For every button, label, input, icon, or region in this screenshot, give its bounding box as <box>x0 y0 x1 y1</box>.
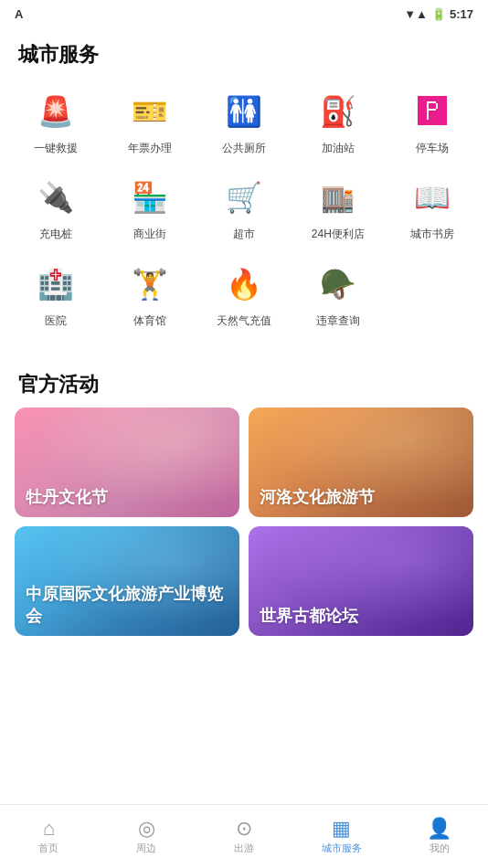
toilet-icon: 🚻 <box>219 87 269 136</box>
library-icon: 📖 <box>408 173 457 222</box>
service-item-commercial[interactable]: 🏪 商业街 <box>103 164 197 249</box>
emergency-label: 一键救援 <box>34 142 78 154</box>
main-content: 城市服务 🚨 一键救援 🎫 年票办理 🚻 公共厕所 <box>0 25 488 868</box>
service-item-supermarket[interactable]: 🛒 超市 <box>197 164 292 249</box>
zhongyuan-label: 中原国际文化旅游产业博览会 <box>15 575 239 636</box>
activity-peony[interactable]: 牡丹文化节 <box>15 408 239 517</box>
gas-station-label: 加油站 <box>322 142 355 154</box>
stadium-label: 体育馆 <box>133 314 166 327</box>
activities-section: 官方活动 牡丹文化节 河洛文化旅游节 中原国际文化旅游产业博览会 世界古都论坛 <box>0 345 488 645</box>
mine-icon: 👤 <box>427 819 451 839</box>
service-item-parking[interactable]: 🅿 停车场 <box>385 78 479 164</box>
city-services-section: 城市服务 🚨 一键救援 🎫 年票办理 🚻 公共厕所 <box>0 25 488 345</box>
toilet-label: 公共厕所 <box>222 142 266 154</box>
peony-label: 牡丹文化节 <box>15 478 119 517</box>
commercial-icon: 🏪 <box>125 173 175 222</box>
service-item-gas-station[interactable]: ⛽ 加油站 <box>291 78 385 164</box>
nav-mine[interactable]: 👤 我的 <box>390 811 488 863</box>
status-right: ▼▲ 🔋 5:17 <box>404 7 473 21</box>
battery-icon: 🔋 <box>431 7 446 21</box>
nav-nearby[interactable]: ◎ 周边 <box>98 811 196 863</box>
status-bar: A ▼▲ 🔋 5:17 <box>0 0 488 25</box>
world-label: 世界古都论坛 <box>249 597 369 636</box>
supermarket-icon: 🛒 <box>219 173 269 222</box>
stadium-icon: 🏋 <box>125 259 175 309</box>
nav-city-service[interactable]: ▦ 城市服务 <box>292 811 390 863</box>
activity-world[interactable]: 世界古都论坛 <box>249 526 473 636</box>
service-item-charging[interactable]: 🔌 充电桩 <box>9 164 103 249</box>
annual-ticket-icon: 🎫 <box>125 87 175 136</box>
bottom-nav: ⌂ 首页 ◎ 周边 ⊙ 出游 ▦ 城市服务 👤 我的 <box>0 804 488 868</box>
gas-station-icon: ⛽ <box>313 87 363 136</box>
parking-label: 停车场 <box>416 142 449 154</box>
service-item-library[interactable]: 📖 城市书房 <box>385 164 479 249</box>
hospital-icon: 🏥 <box>31 259 80 309</box>
service-item-annual-ticket[interactable]: 🎫 年票办理 <box>103 78 197 164</box>
nearby-label: 周边 <box>136 842 156 855</box>
service-item-violation[interactable]: 🪖 违章查询 <box>291 250 385 336</box>
commercial-label: 商业街 <box>133 228 166 240</box>
convenience-icon: 🏬 <box>313 173 363 222</box>
mine-label: 我的 <box>430 842 450 855</box>
charging-label: 充电桩 <box>39 228 72 240</box>
home-label: 首页 <box>38 842 58 855</box>
library-label: 城市书房 <box>410 228 454 240</box>
city-services-title: 城市服务 <box>0 25 488 78</box>
activity-heluo[interactable]: 河洛文化旅游节 <box>249 408 473 517</box>
travel-icon: ⊙ <box>236 819 252 839</box>
charging-icon: 🔌 <box>31 173 80 222</box>
time-display: 5:17 <box>450 7 473 21</box>
activities-title: 官方活动 <box>0 355 488 408</box>
supermarket-label: 超市 <box>233 228 255 240</box>
city-service-label: 城市服务 <box>322 842 362 855</box>
heluo-label: 河洛文化旅游节 <box>249 478 386 517</box>
emergency-icon: 🚨 <box>31 87 80 136</box>
violation-label: 违章查询 <box>316 314 360 327</box>
parking-icon: 🅿 <box>408 87 457 136</box>
service-item-emergency[interactable]: 🚨 一键救援 <box>9 78 103 164</box>
service-item-hospital[interactable]: 🏥 医院 <box>9 250 103 336</box>
gas-icon: 🔥 <box>219 259 269 309</box>
city-service-icon: ▦ <box>332 819 351 839</box>
service-item-gas[interactable]: 🔥 天然气充值 <box>197 250 292 336</box>
signal-icon: ▼▲ <box>404 7 428 21</box>
service-item-stadium[interactable]: 🏋 体育馆 <box>103 250 197 336</box>
travel-label: 出游 <box>234 842 254 855</box>
nav-travel[interactable]: ⊙ 出游 <box>196 811 293 863</box>
activity-zhongyuan[interactable]: 中原国际文化旅游产业博览会 <box>15 526 239 636</box>
gas-label: 天然气充值 <box>217 314 271 327</box>
home-icon: ⌂ <box>43 819 55 839</box>
service-item-convenience[interactable]: 🏬 24H便利店 <box>291 164 385 249</box>
annual-ticket-label: 年票办理 <box>128 142 172 154</box>
service-item-toilet[interactable]: 🚻 公共厕所 <box>197 78 292 164</box>
activity-grid: 牡丹文化节 河洛文化旅游节 中原国际文化旅游产业博览会 世界古都论坛 <box>0 408 488 636</box>
hospital-label: 医院 <box>45 314 67 327</box>
nearby-icon: ◎ <box>138 819 155 839</box>
status-left-icon: A <box>15 7 23 21</box>
violation-icon: 🪖 <box>313 259 363 309</box>
convenience-label: 24H便利店 <box>312 228 365 240</box>
nav-home[interactable]: ⌂ 首页 <box>0 811 98 863</box>
city-services-grid: 🚨 一键救援 🎫 年票办理 🚻 公共厕所 ⛽ 加油站 <box>0 78 488 345</box>
